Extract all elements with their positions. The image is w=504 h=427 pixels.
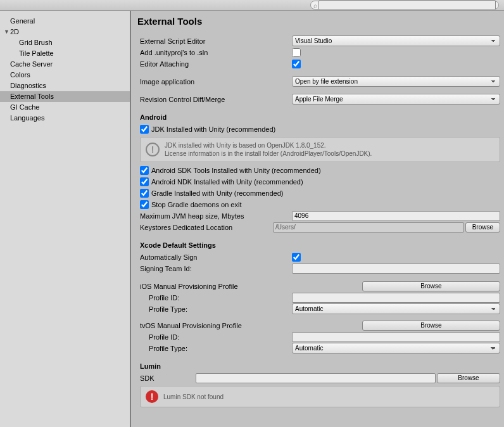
section-lumin: Lumin xyxy=(140,362,500,370)
select-tvos-profile-type[interactable]: Automatic xyxy=(292,343,500,354)
label-tvos-header: tvOS Manual Provisioning Profile xyxy=(140,322,361,329)
browse-keystore-button[interactable]: Browse xyxy=(465,222,500,233)
sidebar-item-cache-server[interactable]: Cache Server xyxy=(0,59,130,70)
label-auto-sign: Automatically Sign xyxy=(140,253,292,261)
sidebar-item-label: 2D xyxy=(10,27,19,37)
info-jdk: ! JDK installed with Unity is based on O… xyxy=(140,137,500,162)
info-text-line2: License information is in the install fo… xyxy=(165,150,372,158)
search-field[interactable]: ⌕ xyxy=(310,1,499,10)
chevron-down-icon: ▼ xyxy=(4,27,9,37)
label-sdk: Android SDK Tools Installed with Unity (… xyxy=(151,167,321,174)
label-script-editor: External Script Editor xyxy=(140,37,292,45)
label-gradle: Gradle Installed with Unity (recommended… xyxy=(151,189,283,197)
label-heap: Maximum JVM heap size, Mbytes xyxy=(140,212,292,220)
label-keystore: Keystores Dedicated Location xyxy=(140,224,273,231)
sidebar-item-diagnostics[interactable]: Diagnostics xyxy=(0,80,130,91)
sidebar-item-2d[interactable]: ▼ 2D xyxy=(0,27,130,37)
toolbar: ⌕ xyxy=(0,0,504,11)
sidebar-item-tile-palette[interactable]: Tile Palette xyxy=(0,48,130,59)
checkbox-sdk[interactable] xyxy=(140,166,149,175)
error-icon: ! xyxy=(146,390,158,403)
section-xcode: Xcode Default Settings xyxy=(140,241,500,249)
label-team-id: Signing Team Id: xyxy=(140,265,292,272)
checkbox-auto-sign[interactable] xyxy=(292,253,301,262)
label-lumin-sdk: SDK xyxy=(140,374,196,382)
checkbox-stop-daemon[interactable] xyxy=(140,200,149,209)
input-tvos-profile-id[interactable] xyxy=(292,332,500,342)
input-ios-profile-id[interactable] xyxy=(292,293,500,303)
checkbox-add-sln[interactable] xyxy=(292,48,301,57)
label-jdk: JDK Installed with Unity (recommended) xyxy=(151,125,275,133)
error-text: Lumin SDK not found xyxy=(163,393,224,401)
label-ios-header: iOS Manual Provisioning Profile xyxy=(140,283,361,290)
label-tvos-profile-id: Profile ID: xyxy=(149,333,292,341)
sidebar-item-external-tools[interactable]: External Tools xyxy=(0,91,130,102)
search-icon: ⌕ xyxy=(313,2,317,9)
label-add-sln: Add .unityproj's to .sln xyxy=(140,49,292,56)
content-panel: External Tools External Script Editor Vi… xyxy=(131,11,504,427)
section-android: Android xyxy=(140,113,500,121)
sidebar-item-grid-brush[interactable]: Grid Brush xyxy=(0,37,130,48)
sidebar-item-gi-cache[interactable]: GI Cache xyxy=(0,102,130,113)
input-heap[interactable] xyxy=(292,211,500,221)
sidebar-item-general[interactable]: General xyxy=(0,16,130,27)
sidebar-item-colors[interactable]: Colors xyxy=(0,70,130,80)
label-editor-attach: Editor Attaching xyxy=(140,60,292,68)
search-input[interactable] xyxy=(318,0,496,10)
browse-ios-button[interactable]: Browse xyxy=(362,281,500,291)
input-team-id[interactable] xyxy=(292,264,500,274)
label-rev-ctrl: Revision Control Diff/Merge xyxy=(140,96,292,103)
sidebar-item-languages[interactable]: Languages xyxy=(0,113,130,124)
checkbox-gradle[interactable] xyxy=(140,189,149,198)
label-image-app: Image application xyxy=(140,78,292,86)
select-rev-ctrl[interactable]: Apple File Merge xyxy=(292,94,500,105)
info-text-line1: JDK installed with Unity is based on Ope… xyxy=(165,141,372,150)
select-ios-profile-type[interactable]: Automatic xyxy=(292,303,500,314)
checkbox-editor-attach[interactable] xyxy=(292,60,301,68)
input-keystore[interactable] xyxy=(273,222,464,233)
label-stop-daemon: Stop Gradle daemons on exit xyxy=(151,201,241,208)
info-icon: ! xyxy=(146,143,160,156)
select-script-editor[interactable]: Visual Studio xyxy=(292,35,500,46)
label-ios-profile-id: Profile ID: xyxy=(149,294,292,302)
error-lumin: ! Lumin SDK not found xyxy=(140,386,500,407)
browse-lumin-button[interactable]: Browse xyxy=(437,373,500,383)
label-tvos-profile-type: Profile Type: xyxy=(149,345,292,352)
browse-tvos-button[interactable]: Browse xyxy=(362,321,500,331)
label-ios-profile-type: Profile Type: xyxy=(149,305,292,313)
select-image-app[interactable]: Open by file extension xyxy=(292,76,500,87)
checkbox-ndk[interactable] xyxy=(140,177,149,186)
label-ndk: Android NDK Installed with Unity (recomm… xyxy=(151,178,303,186)
input-lumin-sdk[interactable] xyxy=(196,373,436,383)
checkbox-jdk[interactable] xyxy=(140,125,149,134)
sidebar: General ▼ 2D Grid Brush Tile Palette Cac… xyxy=(0,11,131,427)
page-title: External Tools xyxy=(137,16,500,27)
